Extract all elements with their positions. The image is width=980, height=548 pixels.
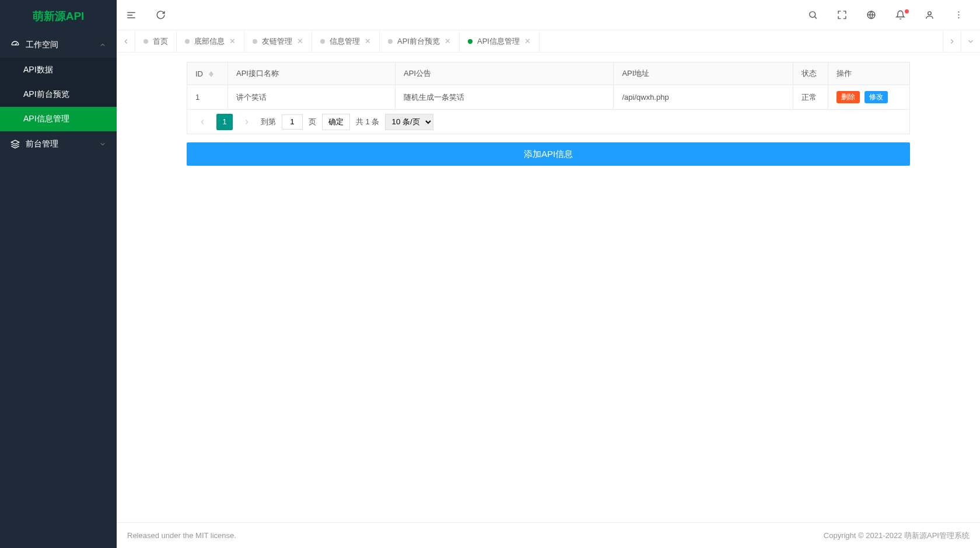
svg-point-4 [809,12,815,18]
refresh-icon[interactable] [155,10,166,20]
svg-point-11 [958,17,959,18]
topbar-left [126,10,166,20]
th-status: 状态 [793,62,828,85]
edit-button[interactable]: 修改 [864,91,888,103]
table-header-row: ID API接口名称 API公告 API地址 状态 操作 [187,62,910,85]
layers-icon [10,139,20,149]
sidebar-menu: 工作空间 API数据 API前台预览 API信息管理 [0,32,117,548]
chevron-down-icon [99,141,106,148]
svg-point-10 [958,14,959,15]
svg-line-5 [814,17,816,19]
th-notice: API公告 [396,62,614,85]
tab-label: 首页 [153,36,168,47]
tab-label: 信息管理 [330,36,360,47]
tabs-bar: 首页 底部信息 ✕ 友链管理 ✕ 信息管理 ✕ [117,30,980,53]
tab-dot-icon [468,39,473,44]
sidebar-group-label: 前台管理 [26,139,99,149]
pager-confirm-button[interactable]: 确定 [322,114,350,130]
more-icon[interactable] [953,10,964,20]
brand-logo: 萌新源API [0,0,117,32]
footer-copyright: Copyright © 2021-2022 [824,531,904,540]
table-row: 1 讲个笑话 随机生成一条笑话 /api/qwxh.php 正常 删除 修改 [187,85,910,110]
footer-left: Released under the MIT license. [127,531,236,540]
tab-footer-info[interactable]: 底部信息 ✕ [177,30,244,52]
th-label: ID [195,69,203,78]
sidebar-item-api-data[interactable]: API数据 [0,58,117,82]
svg-marker-0 [11,140,19,144]
footer: Released under the MIT license. Copyrigh… [117,522,980,548]
tabs-scroll-right[interactable] [943,30,961,52]
tabs-list: 首页 底部信息 ✕ 友链管理 ✕ 信息管理 ✕ [135,30,943,52]
tab-label: API前台预览 [397,36,440,47]
api-table: ID API接口名称 API公告 API地址 状态 操作 [187,62,910,110]
tab-info[interactable]: 信息管理 ✕ [312,30,380,52]
tab-links[interactable]: 友链管理 ✕ [244,30,312,52]
sidebar-group-label: 工作空间 [26,40,99,50]
sidebar: 萌新源API 工作空间 API数据 API前台预览 [0,0,117,548]
sidebar-item-label: API前台预览 [23,89,69,100]
cell-name: 讲个笑话 [228,85,396,110]
content-area: ID API接口名称 API公告 API地址 状态 操作 [117,53,980,522]
tab-close-icon[interactable]: ✕ [365,37,371,46]
svg-point-8 [928,12,931,15]
tab-label: 底部信息 [194,36,225,47]
cell-notice: 随机生成一条笑话 [396,85,614,110]
sidebar-item-api-info[interactable]: API信息管理 [0,107,117,131]
sidebar-item-label: API数据 [23,65,53,75]
tab-dot-icon [320,39,325,44]
tab-close-icon[interactable]: ✕ [297,37,303,46]
cell-status: 正常 [793,85,828,110]
add-api-button[interactable]: 添加API信息 [187,142,910,166]
chevron-up-icon [99,41,106,48]
tabs-scroll-left[interactable] [117,30,135,52]
tabs-dropdown[interactable] [961,30,980,52]
tab-close-icon[interactable]: ✕ [229,37,236,46]
pager-page-size-select[interactable]: 10 条/页 [385,114,433,130]
svg-point-9 [958,11,959,12]
search-icon[interactable] [807,10,818,20]
sidebar-group-workspace-title[interactable]: 工作空间 [0,32,117,58]
fullscreen-icon[interactable] [836,10,847,20]
sidebar-item-api-preview[interactable]: API前台预览 [0,82,117,107]
pager-page-input[interactable] [282,114,303,130]
dashboard-icon [10,40,20,50]
pager-page-1[interactable]: 1 [216,114,233,130]
sidebar-group-frontend-title[interactable]: 前台管理 [0,131,117,157]
tab-api-preview[interactable]: API前台预览 ✕ [380,30,460,52]
pager-go-suffix: 页 [309,117,316,127]
th-url: API地址 [614,62,793,85]
topbar-right [807,10,971,20]
user-icon[interactable] [924,10,935,20]
tab-close-icon[interactable]: ✕ [524,37,531,46]
footer-brand: 萌新源API管理系统 [904,531,970,540]
sort-icon[interactable] [209,71,214,77]
pager-next[interactable] [239,114,255,130]
pager-prev[interactable] [194,114,211,130]
th-name: API接口名称 [228,62,396,85]
topbar [117,0,980,30]
th-id[interactable]: ID [187,62,228,85]
sidebar-group-workspace: 工作空间 API数据 API前台预览 API信息管理 [0,32,117,131]
tab-dot-icon [253,39,257,44]
delete-button[interactable]: 删除 [836,91,860,103]
tab-dot-icon [185,39,190,44]
globe-icon[interactable] [866,10,876,20]
sidebar-item-label: API信息管理 [23,114,69,124]
tab-close-icon[interactable]: ✕ [444,37,451,46]
svg-marker-13 [209,74,214,77]
pagination: 1 到第 页 确定 共 1 条 10 条/页 [187,110,910,134]
cell-action: 删除 修改 [828,85,910,110]
pager-total: 共 1 条 [356,117,379,127]
tab-label: 友链管理 [262,36,292,47]
footer-right: Copyright © 2021-2022 萌新源API管理系统 [824,530,970,541]
tab-api-info[interactable]: API信息管理 ✕ [460,30,540,52]
menu-toggle-icon[interactable] [126,10,136,20]
cell-id: 1 [187,85,228,110]
tab-label: API信息管理 [477,36,520,47]
tab-home[interactable]: 首页 [135,30,177,52]
sidebar-group-frontend: 前台管理 [0,131,117,157]
notification-dot [905,9,909,13]
tab-dot-icon [388,39,393,44]
th-action: 操作 [828,62,910,85]
bell-icon[interactable] [895,10,905,20]
